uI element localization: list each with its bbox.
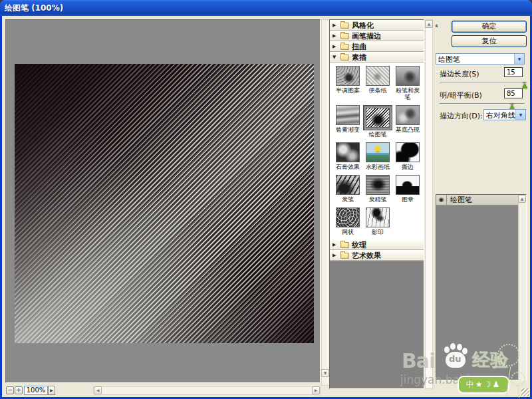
stroke-length-slider[interactable] xyxy=(440,80,525,86)
reticulation-thumbnail-icon[interactable] xyxy=(336,207,360,227)
filter-item-charcoal[interactable]: 炭笔 xyxy=(333,175,362,203)
expanded-arrow-icon[interactable]: ▼ xyxy=(332,55,338,60)
filter-thumb-frame[interactable] xyxy=(396,175,420,195)
effect-layer-row[interactable]: ◉绘图笔 xyxy=(436,195,526,205)
scroll-left-icon[interactable]: ◀ xyxy=(94,386,102,394)
filter-item-chrome[interactable]: 铬黄渐变 xyxy=(333,105,362,138)
chrome-thumbnail-icon[interactable] xyxy=(336,105,360,125)
reset-button[interactable]: 复位 xyxy=(452,35,527,47)
filter-thumb-frame[interactable] xyxy=(336,66,360,86)
collapsed-arrow-icon[interactable]: ▶ xyxy=(332,253,338,258)
filter-thumb-frame[interactable] xyxy=(336,175,360,195)
plaster-thumbnail-icon[interactable] xyxy=(336,142,360,162)
filter-thumb-frame[interactable] xyxy=(336,207,360,227)
scroll-up-icon[interactable]: ▲ xyxy=(518,195,526,203)
stamp-thumbnail-icon[interactable] xyxy=(396,175,420,195)
filter-item-label: 炭笔 xyxy=(333,196,362,203)
filter-category-row[interactable]: ▶画笔描边 xyxy=(330,31,424,41)
zoom-out-button[interactable]: − xyxy=(6,386,14,394)
filter-item-note[interactable]: 便条纸 xyxy=(363,66,392,100)
filter-item-chalk[interactable]: 粉笔和炭笔 xyxy=(393,66,422,100)
filter-item-waterpaper[interactable]: 水彩画纸 xyxy=(363,142,392,170)
filter-thumb-frame[interactable] xyxy=(336,142,360,162)
basrelief-thumbnail-icon[interactable] xyxy=(396,105,420,125)
filter-list-scrollbar[interactable]: ▲ xyxy=(425,19,433,389)
filter-thumb-frame[interactable] xyxy=(396,66,420,86)
filter-thumb-frame[interactable] xyxy=(366,66,390,86)
slider-thumb[interactable] xyxy=(522,82,527,88)
tornedges-thumbnail-icon[interactable] xyxy=(396,142,420,162)
layer-list-scrollbar[interactable]: ▲ xyxy=(518,195,526,380)
halftone-thumbnail-icon[interactable] xyxy=(336,66,360,86)
filter-item-plaster[interactable]: 石膏效果 xyxy=(333,142,362,170)
filter-category-row[interactable]: ▶纹理 xyxy=(330,239,424,250)
filter-select[interactable]: 绘图笔 ▼ xyxy=(436,53,525,65)
charcoal-thumbnail-icon[interactable] xyxy=(336,175,360,195)
filter-category-row[interactable]: ▶艺术效果 xyxy=(330,250,424,261)
filter-category-row[interactable]: ▶风格化 xyxy=(330,20,424,31)
effect-layer-panel: ◉绘图笔 ▲ xyxy=(436,194,527,380)
filter-thumb-frame[interactable] xyxy=(336,105,360,125)
filter-category-label: 艺术效果 xyxy=(352,251,381,261)
preview-horizontal-scrollbar[interactable]: ◀ ▶ xyxy=(93,386,321,395)
filter-item-tornedges[interactable]: 撕边 xyxy=(393,142,422,170)
preview-canvas[interactable] xyxy=(5,19,321,383)
collapse-panel-icon[interactable]: « xyxy=(434,24,440,28)
folder-icon xyxy=(340,242,349,248)
filter-item-halftone[interactable]: 半调图案 xyxy=(333,66,362,100)
collapsed-arrow-icon[interactable]: ▶ xyxy=(332,242,338,247)
filter-thumb-frame[interactable] xyxy=(366,142,390,162)
filter-item-conte[interactable]: 炭精笔 xyxy=(363,175,392,203)
scroll-down-icon[interactable]: ▼ xyxy=(321,369,329,377)
filter-item-label: 便条纸 xyxy=(363,87,392,94)
collapsed-arrow-icon[interactable]: ▶ xyxy=(332,23,338,28)
filtered-image-preview[interactable] xyxy=(15,64,314,343)
collapsed-arrow-icon[interactable]: ▶ xyxy=(332,33,338,39)
filter-thumb-frame[interactable] xyxy=(396,105,420,125)
filter-thumb-frame[interactable] xyxy=(396,142,420,162)
collapsed-arrow-icon[interactable]: ▶ xyxy=(332,44,338,49)
stroke-direction-select[interactable]: 右对角线 ▼ xyxy=(483,109,526,120)
chevron-down-icon[interactable]: ▼ xyxy=(515,110,525,120)
folder-icon xyxy=(340,33,349,39)
filter-item-photocopy[interactable]: 影印 xyxy=(363,207,392,235)
chevron-down-icon[interactable]: ▼ xyxy=(514,54,524,64)
filter-thumb-frame[interactable] xyxy=(363,105,392,130)
filter-item-label: 水彩画纸 xyxy=(363,164,392,170)
balance-slider[interactable] xyxy=(440,101,525,108)
graphicpen-thumbnail-icon[interactable] xyxy=(366,108,390,128)
stroke-length-label: 描边长度(S) xyxy=(440,69,479,79)
filter-item-basrelief[interactable]: 基底凸现 xyxy=(393,105,422,138)
filter-category-label: 风格化 xyxy=(352,21,374,31)
chalk-thumbnail-icon[interactable] xyxy=(396,66,420,86)
filter-item-label: 撕边 xyxy=(393,164,422,170)
filter-thumb-frame[interactable] xyxy=(366,175,390,195)
folder-icon xyxy=(340,44,349,50)
zoom-in-button[interactable]: + xyxy=(15,386,23,394)
title-bar[interactable]: 绘图笔 (100%) xyxy=(0,0,532,16)
zoom-level-value[interactable]: 100% xyxy=(24,386,48,395)
resize-grip[interactable] xyxy=(521,388,529,396)
photocopy-thumbnail-icon[interactable] xyxy=(366,207,390,227)
note-thumbnail-icon[interactable] xyxy=(366,66,390,86)
stroke-length-value[interactable]: 15 xyxy=(504,67,523,77)
waterpaper-thumbnail-icon[interactable] xyxy=(366,142,390,162)
filter-item-stamp[interactable]: 图章 xyxy=(393,175,422,203)
filter-item-label: 影印 xyxy=(363,229,392,235)
filter-category-row[interactable]: ▶扭曲 xyxy=(330,41,424,52)
scroll-up-icon[interactable]: ▲ xyxy=(425,20,433,28)
folder-icon xyxy=(340,253,349,259)
zoom-menu-arrow-icon[interactable]: ▶ xyxy=(48,386,55,395)
conte-thumbnail-icon[interactable] xyxy=(366,175,390,195)
eye-visibility-icon[interactable]: ◉ xyxy=(436,195,447,205)
filter-item-reticulation[interactable]: 网状 xyxy=(333,207,362,235)
filter-thumb-frame[interactable] xyxy=(366,207,390,227)
folder-icon xyxy=(340,23,349,29)
filter-item-graphicpen[interactable]: 绘图笔 xyxy=(363,105,392,138)
ok-button[interactable]: 确定 xyxy=(452,21,527,33)
filter-category-row[interactable]: ▼素描 xyxy=(330,52,424,63)
balance-value[interactable]: 85 xyxy=(504,88,523,98)
filter-category-label: 素描 xyxy=(352,53,366,63)
slider-track xyxy=(440,82,525,82)
scroll-right-icon[interactable]: ▶ xyxy=(312,386,320,394)
